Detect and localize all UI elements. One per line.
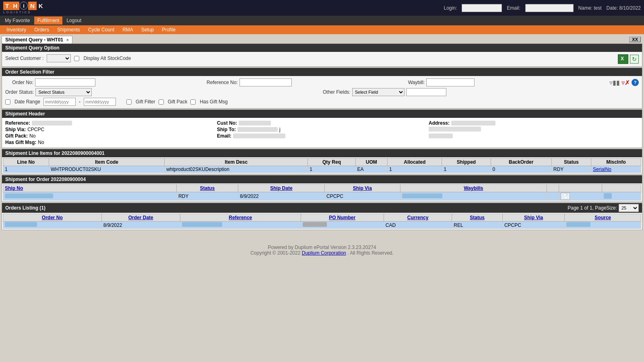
has-gift-msg-header-value: No: [38, 140, 44, 145]
nav-setup[interactable]: Setup: [138, 26, 157, 33]
orders-listing-row: 8/9/2022 CAD REL CPCPC: [3, 222, 641, 229]
shipped-cell: 1: [442, 166, 491, 173]
date-range-end[interactable]: [84, 98, 116, 106]
filter-button[interactable]: ▿▮▮: [609, 79, 620, 86]
help-button[interactable]: ?: [632, 79, 639, 86]
nav-fulfillment[interactable]: Fulfillment: [34, 16, 63, 25]
logo: T H i N K LOGISTICS: [3, 2, 45, 14]
orders-listing-header: Orders Listing (1) Page 1 of 1, PageSize…: [2, 203, 642, 213]
gift-pack-header-value: No: [29, 133, 35, 139]
footer-company-link[interactable]: Duplium Corporation: [302, 250, 346, 256]
orders-listing-body: Order No Order Date Reference PO Number …: [2, 213, 642, 230]
item-desc-cell: whtproduct02SKUDescription: [165, 166, 308, 173]
other-fields-select[interactable]: Select Field: [352, 88, 405, 96]
line-items-header-row: Line No Item Code Item Desc Qty Req UOM …: [3, 158, 641, 166]
reference-no-input[interactable]: [239, 78, 292, 86]
col-po-number: PO Number: [301, 214, 384, 222]
col-ship-no: Ship No: [3, 185, 177, 192]
display-alt-stock-checkbox[interactable]: [74, 56, 79, 61]
has-gift-msg-header-row: Has Gift Msg: No: [5, 140, 215, 145]
shipment-for-order-body: Ship No Status Ship Date Ship Via Waybil…: [2, 183, 642, 202]
col-item-desc: Item Desc: [165, 158, 308, 166]
serial-no-link[interactable]: SerialNo: [593, 167, 611, 172]
shipment-for-order-header-row: Ship No Status Ship Date Ship Via Waybil…: [3, 185, 641, 192]
status-cell: RDY: [551, 166, 591, 173]
reference-no-label: Reference No:: [206, 80, 237, 85]
customer-select[interactable]: [47, 54, 71, 62]
order-no-label: Order No:: [5, 80, 33, 85]
nav-cycle-count[interactable]: Cycle Count: [85, 26, 118, 33]
col-order-date: Order Date: [101, 214, 180, 222]
excel-icon-button[interactable]: X: [618, 54, 628, 64]
document-icon-button[interactable]: 📄: [561, 193, 570, 200]
shipment-for-order-table: Ship No Status Ship Date Ship Via Waybil…: [3, 184, 641, 201]
has-gift-msg-label: Has Gift Msg: [200, 99, 227, 105]
misc-info-cell: SerialNo: [591, 166, 641, 173]
order-status-select[interactable]: Select Status: [35, 88, 92, 96]
login-input[interactable]: [462, 4, 502, 12]
other-fields-row: Other Fields: Select Field: [323, 88, 639, 96]
col-item-code: Item Code: [49, 158, 164, 166]
sfo-action3-cell: [602, 192, 641, 201]
shipment-query-panel: Shipment Query Option Select Customer : …: [2, 43, 642, 67]
nav-orders[interactable]: Orders: [31, 26, 52, 33]
ship-to-blurred: [237, 127, 278, 132]
cust-no-label: Cust No:: [217, 120, 237, 126]
footer-copyright: Copyright © 2001-2022 Duplium Corporatio…: [5, 250, 639, 256]
shipment-query-body: Select Customer : Display Alt StockCode …: [2, 52, 642, 66]
date-range-start[interactable]: [43, 98, 76, 106]
shipment-header-title: Shipment Header: [2, 110, 642, 118]
tab-shipment-query[interactable]: Shipment Query - WHT01 ×: [2, 36, 72, 43]
reference-row: Reference:: [5, 120, 215, 126]
has-gift-msg-checkbox[interactable]: [190, 99, 196, 105]
order-no-input[interactable]: [35, 78, 95, 86]
email-label: Email:: [507, 5, 520, 11]
nav-my-favorite[interactable]: My Favorite: [2, 16, 33, 25]
date-range-label: Date Range: [14, 99, 40, 105]
order-filter-header: Order Selection Filter: [2, 68, 642, 76]
col-qty-req: Qty Req: [308, 158, 355, 166]
ship-via-value: CPCPC: [27, 127, 44, 132]
name-label: Name: test: [578, 5, 602, 11]
col-ol-ship-via: Ship Via: [502, 214, 564, 222]
email-input[interactable]: [525, 4, 574, 12]
waybill-label: Waybill:: [408, 80, 425, 85]
gift-pack-label: Gift Pack: [168, 99, 188, 105]
waybill-input[interactable]: [426, 78, 475, 86]
tab-label: Shipment Query - WHT01: [5, 37, 63, 43]
shipment-for-order-panel: Shipment for Order 2022080900004 Ship No…: [2, 175, 642, 202]
allocated-cell: 1: [388, 166, 442, 173]
col-action1: [547, 185, 559, 192]
backorder-cell: 0: [491, 166, 551, 173]
item-code-cell: WHTPRODUCT02SKU: [49, 166, 164, 173]
window-close-button[interactable]: XX: [629, 37, 641, 42]
nav-logout[interactable]: Logout: [63, 16, 85, 25]
uom-cell: EA: [355, 166, 388, 173]
other-fields-value-input[interactable]: [406, 88, 446, 96]
clear-filter-button[interactable]: ▿✗: [621, 79, 630, 86]
nav-rma[interactable]: RMA: [119, 26, 136, 33]
address-label: Address:: [429, 120, 450, 126]
order-filter-panel: Order Selection Filter Order No: Referen…: [2, 68, 642, 109]
nav-inventory[interactable]: Inventory: [3, 26, 29, 33]
sfo-waybills-cell: [400, 192, 547, 201]
page-size-select[interactable]: 25 50 100: [619, 204, 639, 212]
nav-profile[interactable]: Profile: [159, 26, 179, 33]
nav-bar-1: My Favorite Fulfillment Logout: [0, 16, 644, 25]
gift-pack-checkbox[interactable]: [159, 99, 164, 105]
gift-filter-checkbox[interactable]: [126, 99, 132, 105]
sfo-ship-via-cell: CPCPC: [324, 192, 400, 201]
ol-status-cell: REL: [452, 222, 503, 229]
refresh-button[interactable]: ↻: [630, 55, 639, 64]
shipment-line-items-panel: Shipment Line Items for 2022080900004001…: [2, 149, 642, 174]
order-filter-row2: Order Status: Select Status Other Fields…: [5, 88, 639, 96]
date-range-checkbox[interactable]: [5, 99, 10, 105]
orders-listing-title: Orders Listing (1): [5, 205, 45, 211]
address-line2-blurred: [429, 127, 481, 132]
tab-close-icon[interactable]: ×: [66, 38, 69, 42]
qty-req-cell: 1: [308, 166, 355, 173]
ol-source-cell: [565, 222, 641, 229]
main-content: Shipment Query - WHT01 × XX Shipment Que…: [0, 34, 644, 232]
nav-shipments[interactable]: Shipments: [54, 26, 83, 33]
shipment-for-order-row: RDY 8/9/2022 CPCPC 📄: [3, 192, 641, 201]
